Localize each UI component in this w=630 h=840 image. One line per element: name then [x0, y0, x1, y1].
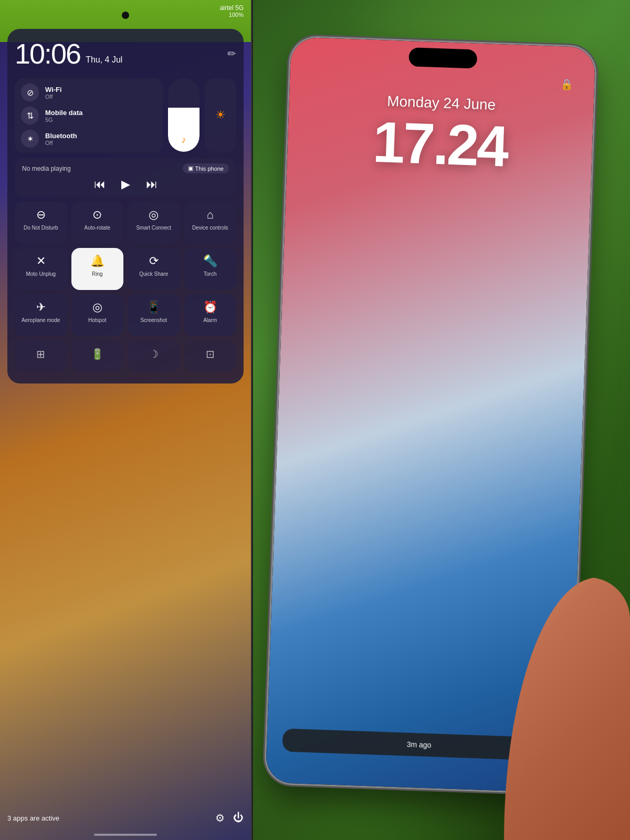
auto-brightness-icon: ☀	[215, 108, 226, 122]
aeroplane-label: Aeroplane mode	[22, 317, 60, 323]
tile-partial-icon-3: ☽	[149, 348, 159, 360]
mobile-item[interactable]: ⇅ Mobile data 5G	[21, 107, 156, 125]
auto-brightness-tile[interactable]: ☀	[205, 78, 236, 152]
bluetooth-sublabel: Off	[45, 140, 77, 146]
panel-separator	[252, 0, 253, 840]
bottom-icons: ⚙ ⏻	[215, 812, 244, 824]
mobile-label: Mobile data	[45, 109, 83, 117]
wifi-text: Wi-Fi Off	[45, 86, 62, 100]
tiles-row-2: ✕ Moto Unplug 🔔 Ring ⟳ Quick Share 🔦 Tor…	[15, 248, 236, 290]
active-apps-label: 3 apps are active	[7, 814, 59, 822]
tiles-row-4: ⊞ 🔋 ☽ ⊡	[15, 340, 236, 372]
network-section: ⊘ Wi-Fi Off ⇅ Mobile data 5G ✶	[15, 78, 236, 153]
device-controls-icon: ⌂	[207, 208, 214, 222]
carrier-label: airtel 5G	[220, 4, 244, 12]
media-player: No media playing ▣ This phone ⏮ ▶ ⏭	[15, 158, 236, 196]
tiles-row-3: ✈ Aeroplane mode ◎ Hotspot 📱 Screenshot …	[15, 294, 236, 336]
tile-partial-4[interactable]: ⊡	[184, 340, 237, 372]
quick-share-tile[interactable]: ⟳ Quick Share	[128, 248, 180, 290]
tile-partial-3[interactable]: ☽	[128, 340, 180, 372]
bluetooth-text: Bluetooth Off	[45, 132, 77, 146]
edit-icon[interactable]: ✏	[227, 47, 236, 60]
prev-button[interactable]: ⏮	[94, 178, 106, 191]
mobile-icon: ⇅	[21, 107, 39, 125]
tile-partial-icon-4: ⊡	[206, 348, 215, 360]
aeroplane-icon: ✈	[36, 300, 46, 314]
android-panel: airtel 5G 100% 10:06 Thu, 4 Jul ✏ ⊘ Wi-F…	[0, 0, 252, 840]
wifi-sublabel: Off	[45, 94, 62, 100]
next-button[interactable]: ⏭	[146, 178, 158, 191]
network-list: ⊘ Wi-Fi Off ⇅ Mobile data 5G ✶	[15, 78, 163, 153]
tile-partial-1[interactable]: ⊞	[15, 340, 67, 372]
auto-rotate-tile[interactable]: ⊙ Auto-rotate	[71, 202, 124, 244]
media-controls: ⏮ ▶ ⏭	[22, 178, 229, 191]
battery-label: 100%	[229, 12, 244, 18]
clock-row: 10:06 Thu, 4 Jul ✏	[15, 37, 236, 70]
device-icon: ▣	[188, 165, 193, 172]
iphone-panel: 🔒 Monday 24 June 17.24 3m ago	[252, 0, 630, 840]
hotspot-tile[interactable]: ◎ Hotspot	[71, 294, 124, 336]
ring-icon: 🔔	[90, 254, 104, 268]
moto-unplug-icon: ✕	[36, 254, 46, 268]
iphone-time: 17.24	[287, 105, 593, 182]
smart-connect-tile[interactable]: ◎ Smart Connect	[128, 202, 180, 244]
torch-tile[interactable]: 🔦 Torch	[184, 248, 237, 290]
alarm-icon: ⏰	[203, 300, 217, 314]
torch-icon: 🔦	[203, 254, 217, 268]
wifi-icon: ⊘	[21, 84, 39, 101]
device-controls-tile[interactable]: ⌂ Device controls	[184, 202, 237, 244]
tiles-row-1: ⊖ Do Not Disturb ⊙ Auto-rotate ◎ Smart C…	[15, 202, 236, 244]
hotspot-icon: ◎	[92, 300, 102, 314]
lock-icon: 🔒	[560, 78, 574, 91]
play-button[interactable]: ▶	[121, 178, 130, 191]
do-not-disturb-label: Do Not Disturb	[24, 225, 58, 231]
do-not-disturb-tile[interactable]: ⊖ Do Not Disturb	[15, 202, 67, 244]
media-device[interactable]: ▣ This phone	[183, 163, 229, 173]
aeroplane-tile[interactable]: ✈ Aeroplane mode	[15, 294, 67, 336]
smart-connect-label: Smart Connect	[136, 225, 171, 231]
clock-date: Thu, 4 Jul	[86, 55, 122, 70]
screenshot-label: Screenshot	[140, 317, 167, 323]
notification-text: 3m ago	[406, 740, 431, 750]
hotspot-label: Hotspot	[88, 317, 106, 323]
do-not-disturb-icon: ⊖	[36, 208, 46, 222]
tile-partial-icon-1: ⊞	[36, 348, 45, 360]
mobile-text: Mobile data 5G	[45, 109, 83, 123]
quick-share-label: Quick Share	[139, 271, 168, 277]
no-media-label: No media playing	[22, 165, 71, 172]
power-icon[interactable]: ⏻	[233, 812, 244, 824]
alarm-tile[interactable]: ⏰ Alarm	[184, 294, 237, 336]
bluetooth-item[interactable]: ✶ Bluetooth Off	[21, 130, 156, 148]
moto-unplug-tile[interactable]: ✕ Moto Unplug	[15, 248, 67, 290]
quick-share-icon: ⟳	[149, 254, 159, 268]
tile-partial-2[interactable]: 🔋	[71, 340, 124, 372]
alarm-label: Alarm	[203, 317, 217, 323]
device-controls-label: Device controls	[192, 225, 228, 231]
device-label: This phone	[195, 165, 224, 172]
mobile-sublabel: 5G	[45, 117, 83, 123]
ring-label: Ring	[92, 271, 103, 277]
bluetooth-label: Bluetooth	[45, 132, 77, 140]
torch-label: Torch	[204, 271, 216, 277]
moto-unplug-label: Moto Unplug	[26, 271, 56, 277]
brightness-slider[interactable]: ♪	[168, 78, 200, 152]
media-top: No media playing ▣ This phone	[22, 163, 229, 173]
camera-dot	[122, 12, 129, 19]
ring-tile[interactable]: 🔔 Ring	[71, 248, 124, 290]
bottom-bar: 3 apps are active ⚙ ⏻	[7, 812, 244, 824]
auto-rotate-icon: ⊙	[92, 208, 102, 222]
brightness-icon: ♪	[182, 134, 186, 146]
wifi-label: Wi-Fi	[45, 86, 62, 94]
smart-connect-icon: ◎	[149, 208, 159, 222]
auto-rotate-label: Auto-rotate	[85, 225, 110, 231]
tile-partial-icon-2: 🔋	[91, 348, 104, 360]
screenshot-tile[interactable]: 📱 Screenshot	[128, 294, 180, 336]
bluetooth-icon: ✶	[21, 130, 39, 148]
home-indicator	[94, 834, 157, 836]
screenshot-icon: 📱	[146, 300, 161, 314]
wifi-item[interactable]: ⊘ Wi-Fi Off	[21, 84, 156, 101]
quick-settings-panel: 10:06 Thu, 4 Jul ✏ ⊘ Wi-Fi Off ⇅	[7, 29, 244, 383]
settings-icon[interactable]: ⚙	[215, 812, 225, 824]
status-bar: airtel 5G 100%	[220, 4, 244, 18]
clock-time: 10:06	[15, 37, 80, 70]
